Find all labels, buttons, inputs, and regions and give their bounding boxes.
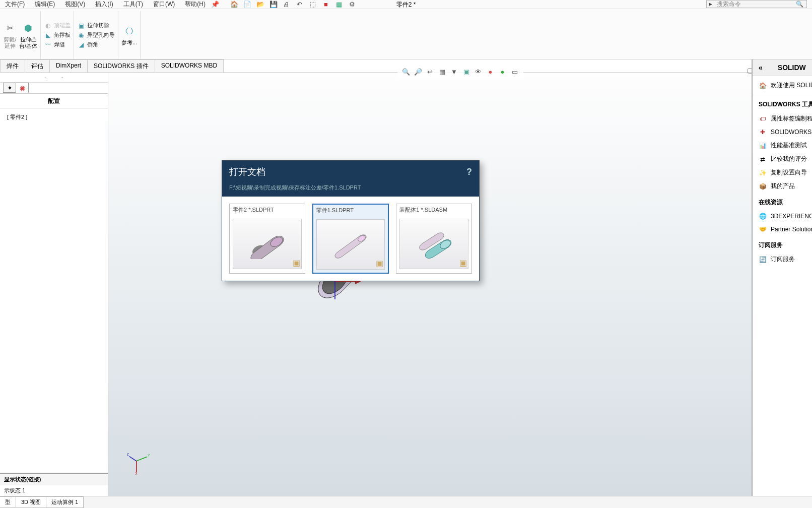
open-icon[interactable]: 📂	[256, 1, 265, 9]
tool-property-tag[interactable]: 🏷属性标签编制程序	[753, 112, 812, 125]
tab-mbd[interactable]: SOLIDWORKS MBD	[155, 59, 224, 72]
menu-edit[interactable]: 编辑(E)	[30, 0, 60, 9]
tool-my-products[interactable]: 📦我的产品	[753, 179, 812, 193]
task-welcome-link[interactable]: 🏠 欢迎使用 SOLIDW	[753, 76, 812, 95]
new-doc-icon[interactable]: 📄	[243, 1, 252, 9]
svg-text:Z: Z	[127, 453, 129, 456]
rx-icon: ✚	[759, 128, 767, 136]
menu-view[interactable]: 视图(V)	[60, 0, 90, 9]
view-orient-icon[interactable]: ▼	[450, 67, 459, 76]
trim-icon: ✂	[3, 21, 17, 35]
view-toolbar: 🔍 🔎 ↩ ▦ ▼ ▣ 👁 ● ● ▭	[397, 66, 523, 78]
ribbon-top-cap: ◐顶端盖	[44, 22, 71, 30]
ribbon-trim-extend[interactable]: ✂ 剪裁/延伸	[3, 21, 17, 48]
appearance-icon[interactable]: ●	[486, 67, 495, 76]
dialog-card-part2[interactable]: 零件2 *.SLDPRT ▣	[229, 204, 305, 274]
chamfer-icon: ◢	[77, 41, 85, 49]
partner-icon: 🤝	[759, 225, 767, 233]
viewport-settings-icon[interactable]: ▭	[510, 67, 519, 76]
gusset-icon: ◣	[44, 31, 52, 39]
dialog-help-icon[interactable]: ?	[466, 167, 472, 177]
menu-window[interactable]: 窗口(W)	[148, 0, 180, 9]
tab-dimxpert[interactable]: DimXpert	[49, 59, 88, 72]
globe-icon: 🌐	[759, 212, 767, 220]
ribbon-chamfer[interactable]: ◢倒角	[77, 41, 115, 49]
svg-text:X: X	[135, 472, 138, 475]
tree-item-part2[interactable]: [ 零件2 ]	[3, 112, 105, 122]
undo-icon[interactable]: ↶	[295, 1, 304, 9]
sub-service[interactable]: 🔄订阅服务	[753, 252, 812, 266]
ribbon-extrude-boss[interactable]: ⬢ 拉伸凸台/基体	[19, 21, 37, 48]
save-icon[interactable]: 💾	[269, 1, 278, 9]
weld-icon: 〰	[44, 41, 52, 49]
tool-copy-settings[interactable]: ✨复制设置向导	[753, 166, 812, 179]
task-collapse-icon[interactable]: «	[759, 64, 763, 72]
dialog-body: 零件2 *.SLDPRT ▣ 零件1.SLDPRT ▣ 装配体1 *.SLDAS…	[222, 197, 479, 281]
options-icon[interactable]: ⚙	[348, 1, 357, 9]
menu-file[interactable]: 文件(F)	[0, 0, 30, 9]
subscribe-icon: 🔄	[759, 256, 767, 264]
ribbon-gusset[interactable]: ◣角撑板	[44, 31, 71, 39]
left-panel-top: ◦ ◦	[0, 73, 108, 83]
home-icon[interactable]: 🏠	[230, 1, 239, 9]
print-icon[interactable]: 🖨	[282, 1, 291, 9]
dialog-file-path: F:\短视频\录制完成视频\保存标注公差\零件1.SLDPRT	[222, 183, 479, 197]
dialog-titlebar[interactable]: 打开文档 ?	[222, 161, 479, 183]
search-icon[interactable]: 🔍	[796, 1, 803, 8]
tools-section-head: SOLIDWORKS 工具	[753, 95, 812, 112]
select-icon[interactable]: ⬚	[308, 1, 317, 9]
ribbon-extrude-cut[interactable]: ▣拉伸切除	[77, 22, 115, 30]
ribbon-reference[interactable]: ⎔ 参考...	[121, 24, 137, 45]
config-section-title: 配置	[0, 94, 108, 109]
res-partner[interactable]: 🤝Partner Solutions	[753, 223, 812, 236]
open-document-dialog: 打开文档 ? F:\短视频\录制完成视频\保存标注公差\零件1.SLDPRT 零…	[222, 160, 480, 281]
lp-tab-config[interactable]: ◉	[16, 83, 29, 93]
lp-tab-origin[interactable]: ✦	[3, 83, 16, 93]
bottom-tab-3dview[interactable]: 3D 视图	[16, 496, 46, 508]
scene-icon[interactable]: ●	[498, 67, 507, 76]
ribbon-hole-wizard[interactable]: ◉异型孔向导	[77, 31, 115, 39]
res-3dexperience[interactable]: 🌐3DEXPERIENCE M	[753, 210, 812, 223]
bottom-tabs: 型 3D 视图 运动算例 1	[0, 496, 812, 508]
copy-settings-icon: ✨	[759, 169, 767, 177]
main-menubar: 文件(F) 编辑(E) 视图(V) 插入(I) 工具(T) 窗口(W) 帮助(H…	[0, 0, 812, 9]
viewport-3d[interactable]: 🔍 🔎 ↩ ▦ ▼ ▣ 👁 ● ● ▭ ▢ ▢ — ▢ ✕ Y Z X	[108, 73, 812, 496]
products-icon: 📦	[759, 182, 767, 190]
left-panel-tabs: ✦ ◉	[0, 83, 108, 94]
svg-line-4	[137, 457, 147, 461]
reference-icon: ⎔	[122, 24, 137, 38]
tab-evaluate[interactable]: 评估	[25, 59, 50, 72]
display-state-1[interactable]: 示状态 1	[0, 485, 108, 496]
menu-help[interactable]: 帮助(H)	[180, 0, 211, 9]
zoom-area-icon[interactable]: 🔎	[414, 67, 423, 76]
task-pane-header: « SOLIDW	[753, 59, 812, 76]
stop-icon[interactable]: ■	[321, 1, 330, 9]
tool-benchmark[interactable]: 📊性能基准测试	[753, 139, 812, 152]
menu-insert[interactable]: 插入(I)	[90, 0, 118, 9]
hide-show-icon[interactable]: 👁	[474, 67, 483, 76]
pin-icon[interactable]: 📌	[211, 1, 220, 9]
section-view-icon[interactable]: ▦	[438, 67, 447, 76]
card-thumb-part2: ▣	[233, 219, 302, 269]
left-panel: ◦ ◦ ✦ ◉ 配置 [ 零件2 ] 显示状态(链接) 示状态 1	[0, 73, 108, 496]
bottom-tab-motion[interactable]: 运动算例 1	[46, 496, 84, 508]
extrudecut-icon: ▣	[77, 22, 85, 30]
bottom-tab-model[interactable]: 型	[0, 496, 16, 508]
search-command-input[interactable]: 搜索命令 🔍	[706, 0, 807, 8]
zoom-fit-icon[interactable]: 🔍	[401, 67, 411, 76]
left-panel-dot-right[interactable]: ◦	[61, 75, 63, 80]
tool-compare-score[interactable]: ⇄比较我的评分	[753, 152, 812, 166]
dialog-card-assembly[interactable]: 装配体1 *.SLDASM ▣	[396, 204, 472, 274]
menu-tools[interactable]: 工具(T)	[118, 0, 148, 9]
tab-plugins[interactable]: SOLIDWORKS 插件	[87, 59, 155, 72]
left-panel-dot-left[interactable]: ◦	[44, 75, 46, 80]
prev-view-icon[interactable]: ↩	[426, 67, 435, 76]
tab-weldment[interactable]: 焊件	[0, 59, 25, 72]
ribbon-weld-seam[interactable]: 〰焊缝	[44, 41, 71, 49]
rebuild-icon[interactable]: ▦	[334, 1, 344, 9]
tool-rx[interactable]: ✚SOLIDWORKS Rx	[753, 125, 812, 139]
quick-toolbar: 🏠 📄 📂 💾 🖨 ↶ ⬚ ■ ▦ ⚙	[230, 1, 357, 9]
dialog-card-part1[interactable]: 零件1.SLDPRT ▣	[312, 204, 389, 274]
display-style-icon[interactable]: ▣	[462, 67, 471, 76]
orientation-triad[interactable]: Y Z X	[126, 451, 151, 476]
